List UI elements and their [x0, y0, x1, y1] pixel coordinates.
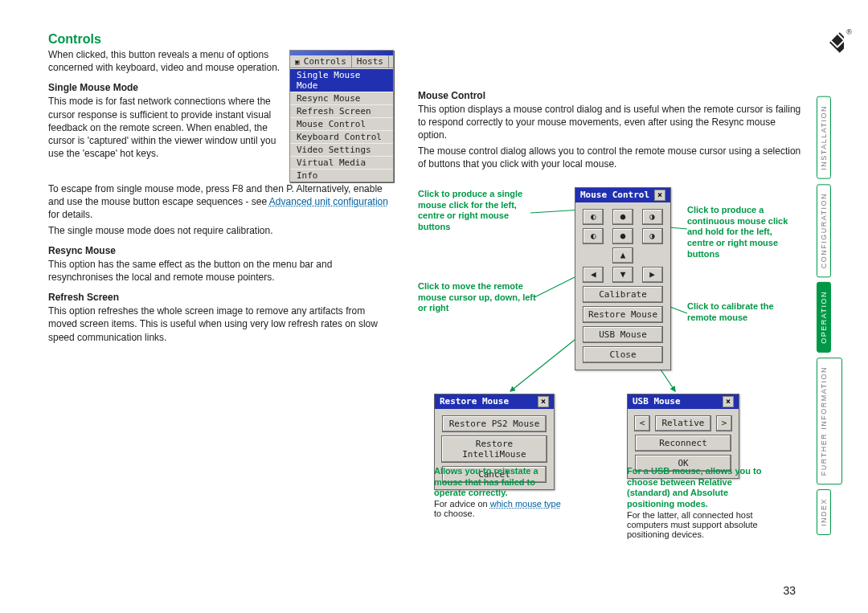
menu-item[interactable]: Info	[290, 169, 393, 182]
callout-restore: Allows you to reinstate a mouse that has…	[434, 466, 563, 499]
close-icon[interactable]: ×	[654, 190, 665, 201]
callout-restore-advice: For advice on which mouse type to choose…	[434, 499, 563, 518]
move-up-button[interactable]: ▲	[612, 247, 633, 264]
reconnect-button[interactable]: Reconnect	[635, 435, 731, 452]
p-refresh: This option refreshes the whole screen i…	[48, 304, 394, 344]
callout-usb-note: For the latter, all connected host compu…	[627, 510, 764, 539]
section-heading: Controls	[48, 32, 394, 47]
close-button[interactable]: Close	[583, 346, 663, 363]
single-click-left-button[interactable]: ◐	[583, 209, 604, 225]
menu-item[interactable]: Single Mouse Mode	[290, 68, 393, 92]
p-mc-1: This option displays a mouse control dia…	[418, 103, 804, 142]
hold-click-middle-button[interactable]: ●	[612, 228, 633, 244]
close-icon[interactable]: ×	[538, 396, 549, 407]
callout-calibrate: Click to calibrate the remote mouse	[687, 301, 800, 324]
mode-value: Relative	[655, 415, 711, 431]
menu-item[interactable]: Refresh Screen	[290, 104, 393, 117]
close-icon[interactable]: ×	[723, 396, 734, 407]
restore-intellimouse-button[interactable]: Restore IntelliMouse	[441, 435, 547, 463]
h-mouse-control: Mouse Control	[418, 90, 804, 101]
usb-mouse-button[interactable]: USB Mouse	[583, 326, 663, 343]
move-down-button[interactable]: ▼	[612, 267, 633, 283]
p-smm-3: The single mouse mode does not require c…	[48, 224, 394, 237]
callout-hold-click: Click to produce a continuous mouse clic…	[687, 205, 800, 260]
calibrate-button[interactable]: Calibrate	[583, 286, 663, 303]
mode-prev-button[interactable]: <	[634, 415, 650, 431]
single-click-right-button[interactable]: ◑	[642, 209, 663, 225]
h-single-mouse-mode: Single Mouse Mode	[48, 82, 281, 93]
menu-tab-hosts[interactable]: Hosts	[352, 55, 389, 67]
dialog-title: Mouse Control	[580, 190, 649, 200]
p-smm-2: To escape from single mouse mode, press …	[48, 182, 394, 222]
callout-single-click: Click to produce a single mouse click fo…	[418, 189, 530, 233]
brand-logo: ®	[815, 28, 852, 59]
intro-text: When clicked, this button reveals a menu…	[48, 48, 281, 74]
menu-item[interactable]: Keyboard Control	[290, 130, 393, 143]
menu-item[interactable]: Mouse Control	[290, 117, 393, 130]
menu-tab-controls[interactable]: Controls	[290, 55, 352, 67]
p-mc-2: The mouse control dialog allows you to c…	[418, 145, 804, 170]
link-advanced-config[interactable]: Advanced unit configuration	[269, 196, 388, 207]
dialog-title: USB Mouse	[633, 396, 681, 407]
p-smm-1: This mode is for fast network connection…	[48, 95, 281, 160]
side-navigation: INSTALLATION CONFIGURATION OPERATION FUR…	[817, 96, 842, 540]
menu-item[interactable]: Video Settings	[290, 143, 393, 156]
tab-configuration[interactable]: CONFIGURATION	[817, 184, 831, 277]
restore-mouse-button[interactable]: Restore Mouse	[583, 306, 663, 323]
menu-item[interactable]: Virtual Media	[290, 156, 393, 169]
page-number: 33	[783, 584, 796, 597]
tab-installation[interactable]: INSTALLATION	[817, 96, 831, 179]
hold-click-left-button[interactable]: ◐	[583, 228, 604, 244]
p-resync: This option has the same effect as the b…	[48, 258, 394, 284]
callout-move: Click to move the remote mouse cursor up…	[418, 281, 538, 314]
menu-item[interactable]: Resync Mouse	[290, 92, 393, 104]
single-click-middle-button[interactable]: ●	[612, 209, 633, 225]
h-refresh-screen: Refresh Screen	[48, 292, 394, 303]
tab-further-information[interactable]: FURTHER INFORMATION	[817, 358, 842, 484]
move-right-button[interactable]: ▶	[642, 267, 663, 283]
dialog-title: Restore Mouse	[440, 396, 509, 407]
hold-click-right-button[interactable]: ◑	[642, 228, 663, 244]
tab-operation[interactable]: OPERATION	[817, 282, 831, 353]
tab-index[interactable]: INDEX	[817, 489, 831, 535]
link-which-mouse-type[interactable]: which mouse type	[490, 499, 561, 509]
callout-usb: For a USB mouse, allows you to choose be…	[627, 466, 764, 510]
move-left-button[interactable]: ◀	[583, 267, 604, 283]
mouse-control-dialog: Mouse Control× ◐ ● ◑ ◐ ● ◑ ▲	[575, 187, 671, 370]
controls-menu-window: Controls Hosts Single Mouse Mode Resync …	[289, 50, 394, 182]
h-resync-mouse: Resync Mouse	[48, 245, 394, 256]
restore-ps2-button[interactable]: Restore PS2 Mouse	[442, 415, 547, 432]
mode-next-button[interactable]: >	[716, 415, 732, 431]
